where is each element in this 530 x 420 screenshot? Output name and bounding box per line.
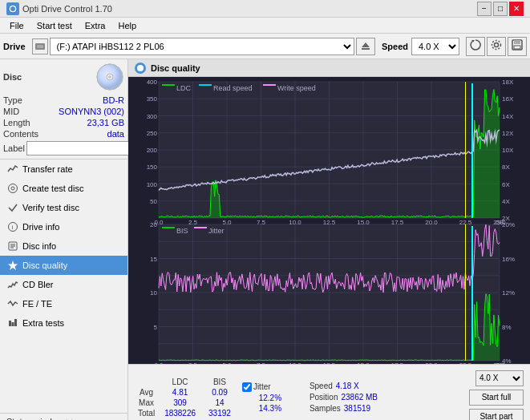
app-icon <box>6 2 19 15</box>
svg-point-1 <box>10 6 15 11</box>
chart-title: Disc quality <box>151 63 200 73</box>
settings-button[interactable] <box>487 37 506 56</box>
sidebar-item-disc-quality[interactable]: Disc quality <box>0 256 127 275</box>
sidebar-item-drive-info[interactable]: i Drive info <box>0 217 127 236</box>
maximize-button[interactable]: □ <box>493 2 508 16</box>
disc-info-icon <box>6 240 19 252</box>
disc-contents-label: Contents <box>3 129 38 139</box>
disc-section-title: Disc <box>3 72 22 82</box>
main-area: Disc <box>0 59 530 420</box>
sidebar-item-verify-test-disc[interactable]: Verify test disc <box>0 198 127 217</box>
verify-test-disc-label: Verify test disc <box>22 203 79 212</box>
speed-stat-label: Speed <box>310 382 333 390</box>
speed-row: Speed 4.18 X <box>310 382 378 390</box>
drive-select[interactable]: (F:) ATAPI iHBS112 2 PL06 <box>50 38 354 55</box>
sidebar-item-disc-info[interactable]: Disc info <box>0 236 127 256</box>
content-area: Disc quality LDC BIS Avg <box>128 59 530 420</box>
jitter-avg-row: 12.2% <box>242 394 298 402</box>
sidebar-item-extra-tests[interactable]: Extra tests <box>0 313 127 333</box>
position-label: Position <box>310 393 338 402</box>
jitter-max: 14.3% <box>259 404 281 413</box>
fe-te-label: FE / TE <box>22 299 52 309</box>
disc-type-value: BD-R <box>103 95 124 105</box>
jitter-max-row: 14.3% <box>242 404 298 413</box>
svg-rect-10 <box>514 40 520 44</box>
svg-point-16 <box>9 184 18 193</box>
disc-label-input[interactable] <box>26 141 133 155</box>
fe-te-icon <box>6 297 19 310</box>
stats-row-avg: Avg 4.81 0.09 <box>135 387 237 398</box>
menu-extra[interactable]: Extra <box>79 19 112 32</box>
stats-ldc-total: 1838226 <box>158 408 202 418</box>
svg-point-17 <box>11 187 14 190</box>
extra-tests-label: Extra tests <box>22 318 64 328</box>
svg-point-15 <box>108 75 111 79</box>
menubar: File Start test Extra Help <box>0 18 530 34</box>
jitter-checkbox[interactable] <box>242 382 252 392</box>
disc-quality-label: Disc quality <box>22 260 67 270</box>
speed-position-section: Speed 4.18 X Position 23862 MB Samples 3… <box>310 382 378 413</box>
stats-label-total: Total <box>135 408 158 418</box>
disc-mid-value: SONYNN3 (002) <box>59 107 124 116</box>
titlebar: Opti Drive Control 1.70 − □ ✕ <box>0 0 530 18</box>
svg-marker-4 <box>362 42 370 47</box>
minimize-button[interactable]: − <box>477 2 492 16</box>
extra-tests-icon <box>6 317 19 329</box>
sidebar-item-fe-te[interactable]: FE / TE <box>0 294 127 313</box>
app-title: Opti Drive Control 1.70 <box>22 4 477 14</box>
drive-icon <box>32 38 48 55</box>
menu-start-test[interactable]: Start test <box>30 19 79 32</box>
start-full-button[interactable]: Start full <box>469 390 524 406</box>
drive-label: Drive <box>3 42 26 51</box>
svg-text:i: i <box>12 224 14 231</box>
disc-label-label: Label <box>3 143 25 153</box>
jitter-label: Jitter <box>253 382 271 391</box>
stats-bis-max: 14 <box>202 398 237 408</box>
create-test-disc-icon <box>6 182 19 195</box>
disc-quality-icon <box>6 259 19 272</box>
stats-table: LDC BIS Avg 4.81 0.09 Max 309 14 <box>135 377 237 418</box>
chart-title-icon <box>135 63 146 74</box>
svg-point-28 <box>137 65 144 71</box>
sidebar-item-create-test-disc[interactable]: Create test disc <box>0 179 127 198</box>
status-window-button[interactable]: Status window >> <box>0 413 127 420</box>
svg-point-8 <box>492 41 501 50</box>
speed-select[interactable]: 4.0 X <box>411 38 459 55</box>
drivebar: Drive (F:) ATAPI iHBS112 2 PL06 Speed 4.… <box>0 34 530 59</box>
test-speed-select[interactable]: 4.0 X <box>475 370 524 386</box>
stats-bis-avg: 0.09 <box>202 387 237 398</box>
create-test-disc-label: Create test disc <box>22 184 83 193</box>
chart-title-bar: Disc quality <box>128 59 530 77</box>
disc-contents-row: Contents data <box>3 128 124 139</box>
refresh-button[interactable] <box>466 37 485 56</box>
disc-contents-value: data <box>107 129 124 139</box>
verify-test-disc-icon <box>6 201 19 214</box>
save-button[interactable] <box>508 37 527 56</box>
transfer-rate-label: Transfer rate <box>22 164 73 174</box>
drive-info-icon: i <box>6 220 19 233</box>
disc-type-label: Type <box>3 95 22 105</box>
disc-section: Disc <box>0 59 127 160</box>
samples-label: Samples <box>310 404 341 413</box>
disc-type-row: Type BD-R <box>3 95 124 106</box>
speed-select-btns: 4.0 X Start full Start part <box>469 370 524 421</box>
menu-help[interactable]: Help <box>111 19 143 32</box>
eject-button[interactable] <box>356 38 375 55</box>
jitter-section: Jitter 12.2% 14.3% <box>242 382 298 413</box>
stats-bis-total: 33192 <box>202 408 237 418</box>
svg-rect-27 <box>14 319 17 326</box>
stats-label-avg: Avg <box>135 387 158 398</box>
sidebar-item-transfer-rate[interactable]: Transfer rate <box>0 160 127 179</box>
speed-stat-value: 4.18 X <box>336 382 359 390</box>
jitter-avg: 12.2% <box>259 394 281 402</box>
close-button[interactable]: ✕ <box>509 2 524 16</box>
position-row: Position 23862 MB <box>310 393 378 402</box>
start-part-button[interactable]: Start part <box>469 409 524 421</box>
samples-value: 381519 <box>344 404 370 413</box>
sidebar-item-cd-bler[interactable]: CD Bler <box>0 275 127 294</box>
jitter-header: Jitter <box>242 382 298 392</box>
transfer-rate-icon <box>6 163 19 176</box>
charts-canvas <box>128 77 530 364</box>
menu-file[interactable]: File <box>3 19 30 32</box>
svg-marker-24 <box>8 260 18 270</box>
